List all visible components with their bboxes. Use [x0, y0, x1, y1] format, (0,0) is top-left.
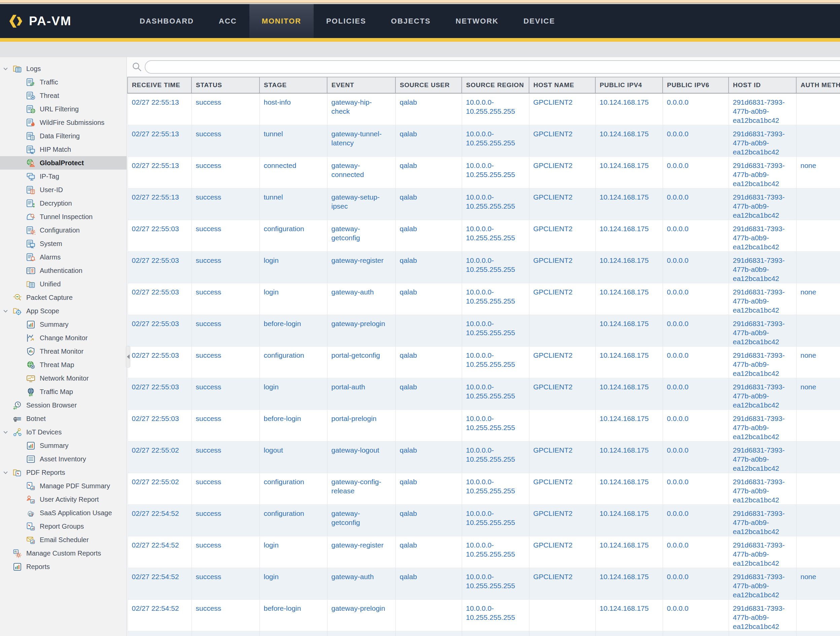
cell-source-region[interactable]: 10.0.0.0-10.255.255.255	[462, 220, 529, 252]
cell-public-ipv4[interactable]: 10.124.168.175	[595, 600, 663, 631]
cell-source-region[interactable]: 10.0.0.0-10.255.255.255	[462, 537, 529, 568]
cell-receive-time[interactable]: 02/27 22:55:13	[128, 93, 191, 125]
cell-receive-time[interactable]: 02/27 22:55:13	[128, 188, 191, 220]
cell-host-id[interactable]: 291d6831-7393-477b-a0b9-ea12bca1bc42	[729, 157, 796, 188]
sidebar-item-manage-custom-reports[interactable]: Manage Custom Reports	[0, 546, 126, 560]
cell-status[interactable]: success	[191, 157, 259, 188]
cell-source-user[interactable]: qalab	[395, 347, 462, 378]
sidebar-item-asset-inventory[interactable]: Asset Inventory	[0, 452, 126, 466]
cell-status[interactable]: success	[191, 188, 259, 220]
cell-host-name[interactable]: GPCLIENT2	[529, 220, 595, 252]
chevron-down-icon[interactable]	[3, 308, 13, 314]
sidebar-item-traffic-map[interactable]: Traffic Map	[0, 385, 126, 398]
sidebar-item-threat-map[interactable]: Threat Map	[0, 358, 126, 371]
cell-source-region[interactable]: 10.0.0.0-10.255.255.255	[462, 600, 529, 631]
cell-source-region[interactable]: 10.0.0.0-10.255.255.255	[462, 631, 529, 636]
sidebar-item-threat[interactable]: Threat	[0, 89, 126, 102]
sidebar-item-saas-application-usage[interactable]: SaaS Application Usage	[0, 506, 126, 519]
cell-status[interactable]: success	[191, 568, 259, 600]
cell-public-ipv4[interactable]: 10.124.168.175	[595, 93, 663, 125]
cell-host-id[interactable]: 291d6831-7393-477b-a0b9-ea12bca1bc42	[729, 125, 796, 157]
cell-source-region[interactable]: 10.0.0.0-10.255.255.255	[462, 252, 529, 283]
cell-public-ipv6[interactable]: 0.0.0.0	[663, 188, 729, 220]
cell-event[interactable]: gateway-connected	[327, 157, 395, 188]
cell-receive-time[interactable]: 02/27 22:55:03	[128, 252, 191, 283]
cell-stage[interactable]: before-login	[259, 410, 327, 442]
cell-receive-time[interactable]: 02/27 22:55:03	[128, 315, 191, 347]
cell-source-user[interactable]: qalab	[395, 93, 462, 125]
sidebar-item-hip-match[interactable]: HIP Match	[0, 143, 126, 156]
cell-public-ipv6[interactable]: 0.0.0.0	[663, 93, 729, 125]
cell-public-ipv6[interactable]: 0.0.0.0	[663, 347, 729, 378]
column-header-stage[interactable]: STAGE	[259, 77, 327, 93]
cell-stage[interactable]: host-info	[259, 93, 327, 125]
cell-status[interactable]: success	[191, 220, 259, 252]
sidebar-item-unified[interactable]: Unified	[0, 277, 126, 291]
sidebar-item-summary[interactable]: Summary	[0, 318, 126, 331]
cell-source-user[interactable]: qalab	[395, 283, 462, 315]
cell-source-region[interactable]: 10.0.0.0-10.255.255.255	[462, 125, 529, 157]
cell-event[interactable]: gateway-prelogin	[327, 600, 395, 631]
cell-public-ipv4[interactable]: 10.124.168.175	[595, 568, 663, 600]
cell-source-user[interactable]: qalab	[395, 505, 462, 537]
cell-host-id[interactable]: 291d6831-7393-477b-a0b9-ea12bca1bc42	[729, 631, 796, 636]
cell-source-user[interactable]: qalab	[395, 188, 462, 220]
cell-stage[interactable]: configuration	[259, 220, 327, 252]
cell-host-name[interactable]: GPCLIENT2	[529, 378, 595, 410]
cell-source-region[interactable]: 10.0.0.0-10.255.255.255	[462, 157, 529, 188]
cell-host-id[interactable]: 291d6831-7393-477b-a0b9-ea12bca1bc42	[729, 283, 796, 315]
sidebar-item-url-filtering[interactable]: URL Filtering	[0, 102, 126, 116]
sidebar-item-session-browser[interactable]: Session Browser	[0, 398, 126, 412]
log-filter-input[interactable]	[145, 60, 840, 74]
column-header-status[interactable]: STATUS	[191, 77, 259, 93]
cell-public-ipv6[interactable]: 0.0.0.0	[663, 252, 729, 283]
sidebar-item-alarms[interactable]: Alarms	[0, 250, 126, 264]
cell-stage[interactable]: configuration	[259, 505, 327, 537]
cell-source-region[interactable]: 10.0.0.0-10.255.255.255	[462, 505, 529, 537]
cell-source-user[interactable]: qalab	[395, 442, 462, 473]
sidebar-item-data-filtering[interactable]: Data Filtering	[0, 129, 126, 143]
cell-receive-time[interactable]: 02/27 22:55:03	[128, 283, 191, 315]
cell-public-ipv4[interactable]: 10.124.168.175	[595, 157, 663, 188]
cell-stage[interactable]: before-login	[259, 600, 327, 631]
cell-host-name[interactable]: GPCLIENT2	[529, 347, 595, 378]
cell-status[interactable]: success	[191, 631, 259, 636]
cell-auth-method[interactable]: none	[796, 631, 840, 636]
cell-source-user[interactable]: qalab	[395, 252, 462, 283]
cell-source-region[interactable]: 10.0.0.0-10.255.255.255	[462, 378, 529, 410]
cell-host-name[interactable]: GPCLIENT2	[529, 537, 595, 568]
cell-receive-time[interactable]: 02/27 22:55:02	[128, 442, 191, 473]
cell-host-id[interactable]: 291d6831-7393-477b-a0b9-ea12bca1bc42	[729, 442, 796, 473]
sidebar-item-user-id[interactable]: User-ID	[0, 183, 126, 197]
cell-public-ipv4[interactable]: 10.124.168.175	[595, 378, 663, 410]
cell-auth-method[interactable]: none	[796, 283, 840, 315]
cell-event[interactable]: gateway-auth	[327, 568, 395, 600]
sidebar-item-system[interactable]: System	[0, 237, 126, 250]
cell-event[interactable]: gateway-hip-check	[327, 93, 395, 125]
cell-host-id[interactable]: 291d6831-7393-477b-a0b9-ea12bca1bc42	[729, 252, 796, 283]
cell-source-user[interactable]: qalab	[395, 631, 462, 636]
chevron-down-icon[interactable]	[3, 429, 13, 435]
cell-auth-method[interactable]: none	[796, 347, 840, 378]
cell-status[interactable]: success	[191, 410, 259, 442]
cell-event[interactable]: portal-getconfig	[327, 347, 395, 378]
nav-tab-device[interactable]: DEVICE	[511, 4, 567, 38]
sidebar-item-summary[interactable]: Summary	[0, 439, 126, 452]
cell-host-name[interactable]: GPCLIENT2	[529, 188, 595, 220]
cell-public-ipv6[interactable]: 0.0.0.0	[663, 473, 729, 505]
cell-public-ipv4[interactable]: 10.124.168.175	[595, 631, 663, 636]
cell-stage[interactable]: login	[259, 283, 327, 315]
cell-event[interactable]: gateway-register	[327, 537, 395, 568]
cell-public-ipv4[interactable]: 10.124.168.175	[595, 220, 663, 252]
cell-host-name[interactable]: GPCLIENT2	[529, 568, 595, 600]
cell-source-region[interactable]: 10.0.0.0-10.255.255.255	[462, 188, 529, 220]
sidebar-item-network-monitor[interactable]: Network Monitor	[0, 371, 126, 385]
cell-stage[interactable]: tunnel	[259, 125, 327, 157]
column-header-auth-method[interactable]: AUTH METHOD	[796, 77, 840, 93]
sidebar-item-authentication[interactable]: Authentication	[0, 264, 126, 277]
cell-stage[interactable]: login	[259, 568, 327, 600]
cell-receive-time[interactable]: 02/27 22:55:13	[128, 157, 191, 188]
cell-stage[interactable]: login	[259, 378, 327, 410]
cell-host-id[interactable]: 291d6831-7393-477b-a0b9-ea12bca1bc42	[729, 568, 796, 600]
cell-host-id[interactable]: 291d6831-7393-477b-a0b9-ea12bca1bc42	[729, 93, 796, 125]
